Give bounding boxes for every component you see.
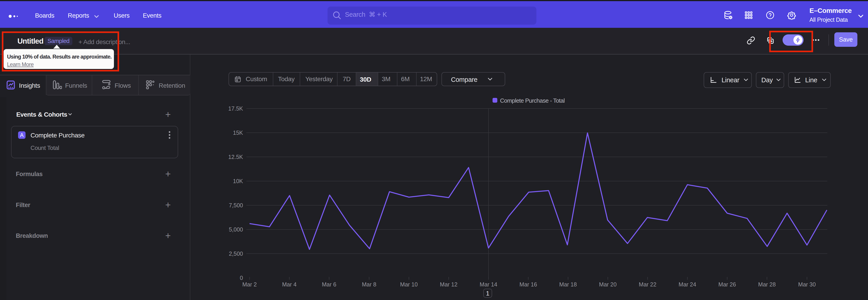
svg-text:Mar 12: Mar 12	[440, 281, 458, 288]
svg-text:Mar 14: Mar 14	[480, 281, 497, 288]
svg-text:10K: 10K	[233, 178, 243, 184]
svg-text:Mar 28: Mar 28	[758, 281, 776, 288]
svg-text:Mar 8: Mar 8	[362, 281, 376, 288]
svg-text:Mar 30: Mar 30	[798, 281, 816, 288]
svg-text:Mar 18: Mar 18	[559, 281, 577, 288]
svg-text:Mar 22: Mar 22	[639, 281, 656, 288]
svg-text:7,500: 7,500	[229, 202, 243, 208]
svg-text:15K: 15K	[233, 129, 243, 136]
svg-text:5,000: 5,000	[229, 226, 243, 233]
svg-text:Mar 16: Mar 16	[520, 281, 537, 288]
svg-text:Mar 4: Mar 4	[282, 281, 297, 288]
svg-text:0: 0	[240, 275, 243, 281]
svg-text:Mar 6: Mar 6	[322, 281, 336, 288]
svg-text:17.5K: 17.5K	[228, 106, 243, 112]
svg-text:Mar 24: Mar 24	[679, 281, 696, 288]
svg-text:2,500: 2,500	[229, 250, 243, 257]
svg-text:Mar 20: Mar 20	[599, 281, 617, 288]
svg-text:Mar 10: Mar 10	[400, 281, 418, 288]
svg-text:12.5K: 12.5K	[228, 154, 243, 160]
svg-text:Mar 2: Mar 2	[242, 281, 257, 288]
svg-text:Mar 26: Mar 26	[718, 281, 736, 288]
